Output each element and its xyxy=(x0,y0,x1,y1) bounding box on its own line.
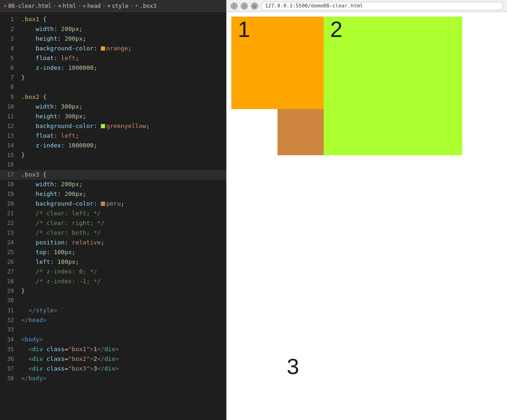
browser-url-text: 127.0.0.1:5500/demo08-clear.html xyxy=(265,3,363,9)
breadcrumb-file[interactable]: ◈ 08-clear.html xyxy=(4,3,52,9)
code-line-26: 26 left: 100px; xyxy=(0,257,226,267)
breadcrumb-file-label: 08-clear.html xyxy=(8,3,52,9)
demo-box1: 1 xyxy=(231,17,324,109)
breadcrumb-box3[interactable]: ⚡ .box3 xyxy=(135,3,157,9)
code-line-24: 24 position: relative; xyxy=(0,238,226,248)
breadcrumb-sep1: › xyxy=(54,3,57,9)
code-line-38: 38 </body> xyxy=(0,374,226,383)
code-line-4: 4 background-color: orange; xyxy=(0,44,226,54)
breadcrumb-sep4: › xyxy=(130,3,133,9)
code-line-34: 34 <body> xyxy=(0,335,226,345)
code-line-25: 25 top: 100px; xyxy=(0,248,226,257)
breadcrumb-sep3: › xyxy=(103,3,106,9)
head-icon: ◈ xyxy=(83,3,86,9)
code-line-16: 16 xyxy=(0,160,226,170)
code-block-box1: 1 .box1 { 2 width: 200px; 3 height: 200p… xyxy=(0,12,226,386)
color-swatch-greenyellow xyxy=(101,124,105,128)
code-line-33: 33 xyxy=(0,325,226,335)
browser-back-button[interactable]: ‹ xyxy=(230,2,238,10)
code-line-18: 18 width: 200px; xyxy=(0,180,226,189)
breadcrumb-head-label: head xyxy=(87,3,101,9)
editor-panel: ◈ 08-clear.html › ◈ html › ◈ head › ◈ st… xyxy=(0,0,226,420)
code-line-10: 10 width: 300px; xyxy=(0,102,226,112)
style-icon: ◈ xyxy=(107,3,110,9)
code-line-8: 8 xyxy=(0,83,226,92)
code-line-9: 9 .box2 { xyxy=(0,92,226,102)
browser-panel: ‹ › ↻ 127.0.0.1:5500/demo08-clear.html 1… xyxy=(226,0,507,420)
code-editor[interactable]: 1 .box1 { 2 width: 200px; 3 height: 200p… xyxy=(0,12,226,420)
code-line-17: 17 .box3 { xyxy=(0,170,226,180)
code-line-23: 23 /* clear: both; */ xyxy=(0,228,226,238)
code-line-28: 28 /* z-index: -1; */ xyxy=(0,277,226,286)
color-swatch-peru xyxy=(101,201,105,206)
code-line-11: 11 height: 300px; xyxy=(0,112,226,122)
code-line-21: 21 /* clear: left; */ xyxy=(0,209,226,219)
code-line-6: 6 z-index: 1000000; xyxy=(0,63,226,73)
browser-forward-button[interactable]: › xyxy=(241,2,248,10)
code-line-13: 13 float: left; xyxy=(0,131,226,141)
code-line-12: 12 background-color: greenyellow; xyxy=(0,122,226,131)
code-line-5: 5 float: left; xyxy=(0,54,226,63)
code-line-22: 22 /* clear: right; */ xyxy=(0,219,226,228)
breadcrumb-style[interactable]: ◈ style xyxy=(107,3,128,9)
code-line-19: 19 height: 200px; xyxy=(0,189,226,199)
demo-box2: 2 xyxy=(324,17,462,155)
code-line-1: 1 .box1 { xyxy=(0,15,226,24)
browser-url-bar[interactable]: 127.0.0.1:5500/demo08-clear.html xyxy=(261,2,503,10)
browser-header: ‹ › ↻ 127.0.0.1:5500/demo08-clear.html xyxy=(227,0,507,12)
code-line-32: 32 </head> xyxy=(0,316,226,325)
box1-label: 1 xyxy=(231,13,257,45)
code-line-2: 2 width: 200px; xyxy=(0,24,226,34)
file-icon: ◈ xyxy=(4,3,7,9)
code-line-20: 20 background-color: peru; xyxy=(0,199,226,209)
html-icon: ◈ xyxy=(58,3,61,9)
breadcrumb-sep2: › xyxy=(78,3,81,9)
breadcrumb: ◈ 08-clear.html › ◈ html › ◈ head › ◈ st… xyxy=(0,0,226,12)
code-line-35: 35 <div class="box1">1</div> xyxy=(0,345,226,354)
code-line-15: 15 } xyxy=(0,151,226,160)
code-line-30: 30 xyxy=(0,296,226,306)
breadcrumb-html-label: html xyxy=(63,3,76,9)
code-line-3: 3 height: 200px; xyxy=(0,34,226,44)
box3-icon: ⚡ xyxy=(135,3,139,9)
browser-content: 1 2 3 xyxy=(227,12,507,420)
code-line-7: 7 } xyxy=(0,73,226,83)
breadcrumb-style-label: style xyxy=(112,3,128,9)
code-line-37: 37 <div class="box3">3</div> xyxy=(0,364,226,374)
box2-label: 2 xyxy=(324,13,349,45)
breadcrumb-head[interactable]: ◈ head xyxy=(83,3,101,9)
browser-refresh-button[interactable]: ↻ xyxy=(251,2,258,10)
code-line-31: 31 </style> xyxy=(0,306,226,316)
code-line-14: 14 z-index: 1000000; xyxy=(0,141,226,151)
color-swatch-orange xyxy=(101,46,105,51)
breadcrumb-box3-label: .box3 xyxy=(139,3,156,9)
box3-label: 3 xyxy=(287,354,507,379)
code-line-29: 29 } xyxy=(0,286,226,296)
code-line-27: 27 /* z-index: 0; */ xyxy=(0,267,226,277)
breadcrumb-html[interactable]: ◈ html xyxy=(58,3,76,9)
code-line-36: 36 <div class="box2">2</div> xyxy=(0,354,226,364)
